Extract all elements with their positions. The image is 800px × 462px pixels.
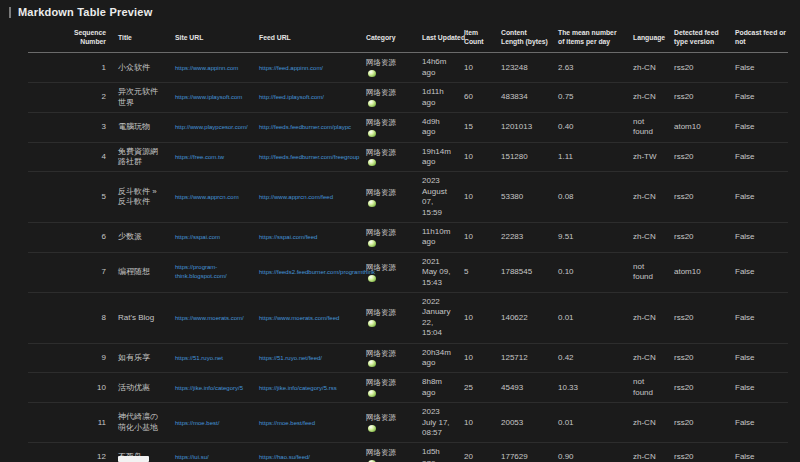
cell-podcast: False [727,172,788,223]
site-link[interactable]: https://www.iplaysoft.com [175,93,242,102]
cell-site_url: https://free.com.tw [167,142,251,172]
category-green-dot-icon [368,159,376,166]
feed-link[interactable]: https://feed.appinn.com/ [259,64,323,73]
cell-mean_per_day: 10.33 [550,373,625,403]
column-header-label: Content Length (bytes) [501,29,548,45]
column-header-mean_per_day: The mean number of items per day [550,23,625,53]
cell-last_updated: 1d5h ago [414,443,456,462]
category-green-dot-icon [368,390,376,397]
feed-link[interactable]: https://hao.su/feed/ [259,453,310,462]
feed-link[interactable]: http://feeds.feedburner.com/freegroup [259,153,359,162]
site-link[interactable]: https://www.apprcn.com [175,193,239,202]
cell-site_url: https://sspai.com [167,223,251,253]
cell-seq: 6 [28,223,110,253]
site-link[interactable]: https://www.appinn.com [175,64,238,73]
column-header-feed_type: Detected feed type version [666,23,727,53]
cell-mean_per_day: 0.01 [550,292,625,343]
cell-title: 反斗軟件 » 反斗軟件 [110,172,167,223]
cell-content_length: 177629 [493,443,550,462]
cell-feed_type: rss20 [666,403,727,443]
cell-podcast: False [727,142,788,172]
cell-title: 异次元软件世界 [110,83,167,113]
category-label: 网络资源 [366,308,412,318]
cell-feed_type: rss20 [666,343,727,373]
cell-mean_per_day: 1.11 [550,142,625,172]
cell-feed_url: https://jike.info/category/5.rss [251,373,358,403]
cell-site_url: https://www.moerats.com/ [167,292,251,343]
cell-mean_per_day: 9.51 [550,223,625,253]
cell-category: 网络资源 [358,443,414,462]
cell-language: zh-CN [625,223,666,253]
column-header-podcast: Podcast feed or not [727,23,788,53]
cell-category: 网络资源 [358,373,414,403]
feed-link[interactable]: https://feeds2.feedburner.com/programthi… [259,268,375,277]
column-header-label: Feed URL [259,34,291,41]
site-link[interactable]: https://iui.su/ [175,453,209,462]
column-header-category: Category [358,23,414,53]
feed-link[interactable]: https://moe.best/feed [259,419,315,428]
cell-site_url: https://www.appinn.com [167,53,251,83]
cell-language: not found [625,252,666,292]
column-header-label: Podcast feed or not [735,29,786,45]
category-green-dot-icon [368,200,376,207]
cell-language: not found [625,373,666,403]
site-link[interactable]: https://program-think.blogspot.com/ [175,263,249,281]
feed-link[interactable]: http://feeds.feedburner.com/playpc [259,123,351,132]
site-link[interactable]: http://www.playpcesor.com/ [175,123,248,132]
scrollbar-thumb[interactable] [118,456,149,462]
site-link[interactable]: https://www.moerats.com/ [175,314,244,323]
cell-language: zh-CN [625,172,666,223]
site-link[interactable]: https://jike.info/category/5 [175,384,243,393]
cell-podcast: False [727,83,788,113]
category-label: 网络资源 [366,349,412,359]
cell-title: 少数派 [110,223,167,253]
cell-seq: 9 [28,343,110,373]
cell-category: 网络资源 [358,53,414,83]
feed-link[interactable]: http://www.apprcn.com/feed [259,193,333,202]
cell-podcast: False [727,252,788,292]
cell-mean_per_day: 0.90 [550,443,625,462]
feed-link[interactable]: https://www.moerats.com/feed [259,314,339,323]
cell-title: 小众软件 [110,53,167,83]
cell-feed_url: http://feeds.feedburner.com/playpc [251,112,358,142]
cell-mean_per_day: 0.08 [550,172,625,223]
table-header-row: Sequence NumberTitleSite URLFeed URLCate… [28,23,788,53]
cell-content_length: 45493 [493,373,550,403]
cell-content_length: 1788545 [493,252,550,292]
cell-title: 電腦玩物 [110,112,167,142]
cell-last_updated: 2022 January 22, 15:04 [414,292,456,343]
cell-language: zh-CN [625,343,666,373]
category-green-dot-icon [368,70,376,77]
cell-item_count: 20 [456,443,493,462]
site-link[interactable]: https://sspai.com [175,233,220,242]
cell-site_url: https://jike.info/category/5 [167,373,251,403]
category-label: 网络资源 [366,148,412,158]
cell-content_length: 22283 [493,223,550,253]
cell-category: 网络资源 [358,343,414,373]
cell-mean_per_day: 0.10 [550,252,625,292]
feed-link[interactable]: http://feed.iplaysoft.com/ [259,93,324,102]
site-link[interactable]: https://moe.best/ [175,419,219,428]
category-green-dot-icon [368,100,376,107]
feed-link[interactable]: https://sspai.com/feed [259,233,317,242]
table-row: 9如有乐享https://51.ruyo.nethttps://51.ruyo.… [28,343,788,373]
cell-feed_type: rss20 [666,443,727,462]
cell-last_updated: 20h34m ago [414,343,456,373]
feed-link[interactable]: https://51.ruyo.net/feed/ [259,354,322,363]
cell-podcast: False [727,443,788,462]
cell-language: zh-CN [625,403,666,443]
site-link[interactable]: https://51.ruyo.net [175,354,223,363]
cell-feed_type: rss20 [666,172,727,223]
column-header-label: Category [366,34,395,41]
cell-podcast: False [727,112,788,142]
cell-category: 网络资源 [358,172,414,223]
column-header-label: Detected feed type version [674,29,719,45]
cell-item_count: 10 [456,403,493,443]
category-green-dot-icon [368,320,376,327]
cell-title: 如有乐享 [110,343,167,373]
cell-language: zh-CN [625,53,666,83]
site-link[interactable]: https://free.com.tw [175,153,224,162]
cell-item_count: 10 [456,292,493,343]
cell-podcast: False [727,53,788,83]
feed-link[interactable]: https://jike.info/category/5.rss [259,384,337,393]
